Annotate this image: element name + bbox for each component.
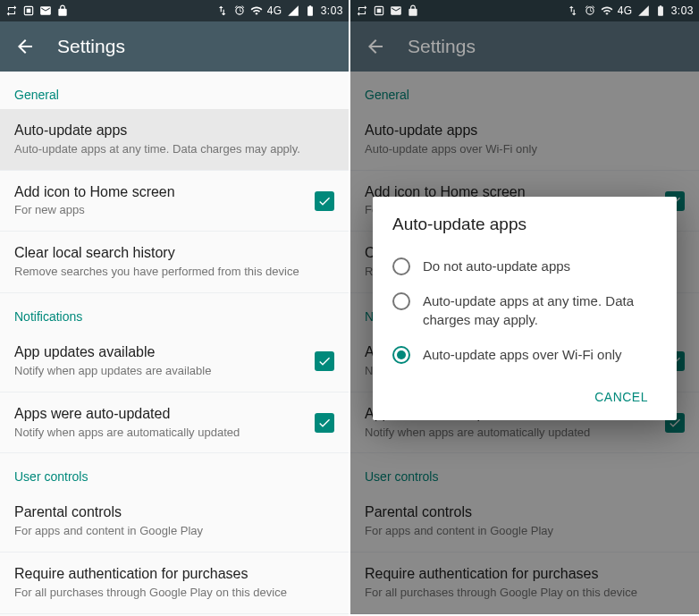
row-title: Require authentication for purchases	[14, 565, 334, 584]
row-title: Auto-update apps	[14, 122, 334, 140]
signal-icon	[287, 4, 299, 17]
svg-rect-1	[27, 9, 31, 13]
row-auto-update[interactable]: Auto-update apps Auto-update apps at any…	[0, 109, 349, 171]
row-sub: For all purchases through Google Play on…	[14, 586, 334, 601]
row-require-auth[interactable]: Require authentication for purchases For…	[0, 553, 349, 614]
radio-label: Do not auto-update apps	[423, 257, 570, 275]
network-label: 4G	[267, 4, 282, 17]
radio-option-anytime[interactable]: Auto-update apps at any time. Data charg…	[392, 283, 657, 337]
updown-icon	[216, 4, 229, 17]
status-bar: 4G 3:03	[0, 0, 349, 21]
row-sub: For new apps	[14, 203, 304, 218]
row-sub: Notify when app updates are available	[14, 364, 304, 379]
row-title: Apps were auto-updated	[14, 405, 304, 424]
radio-label: Auto-update apps at any time. Data charg…	[423, 291, 657, 329]
settings-list: General Auto-update apps Auto-update app…	[0, 72, 349, 614]
dialog-title: Auto-update apps	[392, 215, 657, 234]
app-bar: Settings	[0, 21, 349, 72]
row-title: App updates available	[14, 343, 304, 362]
gmail-icon	[39, 4, 52, 17]
row-clear-search[interactable]: Clear local search history Remove search…	[0, 232, 349, 293]
cancel-button[interactable]: CANCEL	[585, 383, 657, 411]
checkbox-icon[interactable]	[315, 191, 334, 211]
wifi-icon	[250, 4, 263, 17]
row-auto-updated[interactable]: Apps were auto-updated Notify when apps …	[0, 392, 349, 454]
checkbox-icon[interactable]	[315, 413, 334, 433]
clock-label: 3:03	[321, 4, 343, 17]
row-title: Add icon to Home screen	[14, 183, 304, 202]
section-general: General	[0, 72, 349, 109]
dialog-overlay[interactable]: Auto-update apps Do not auto-update apps…	[350, 0, 699, 616]
page-title: Settings	[57, 36, 125, 57]
alarm-icon	[233, 4, 246, 17]
row-parental[interactable]: Parental controls For apps and content i…	[0, 491, 349, 553]
row-title: Clear local search history	[14, 244, 334, 263]
row-updates-available[interactable]: App updates available Notify when app up…	[0, 331, 349, 392]
row-title: Parental controls	[14, 503, 334, 522]
row-sub: Auto-update apps at any time. Data charg…	[14, 142, 334, 157]
radio-icon	[392, 292, 410, 310]
section-user-controls: User controls	[0, 453, 349, 491]
radio-option-none[interactable]: Do not auto-update apps	[392, 249, 657, 283]
auto-update-dialog: Auto-update apps Do not auto-update apps…	[373, 197, 677, 420]
row-sub: Notify when apps are automatically updat…	[14, 426, 304, 441]
radio-icon	[392, 257, 410, 275]
app-box-icon	[22, 4, 35, 17]
lock-icon	[56, 4, 69, 17]
radio-option-wifi[interactable]: Auto-update apps over Wi-Fi only	[392, 337, 657, 372]
battery-icon	[304, 4, 316, 17]
screen-right: 4G 3:03 Settings General Auto-update app…	[350, 0, 699, 616]
section-notifications: Notifications	[0, 293, 349, 331]
screen-left: 4G 3:03 Settings General Auto-update app…	[0, 0, 349, 616]
retweet-icon	[5, 4, 18, 17]
radio-icon	[392, 346, 410, 364]
checkbox-icon[interactable]	[315, 351, 334, 371]
row-add-icon[interactable]: Add icon to Home screen For new apps	[0, 171, 349, 232]
radio-label: Auto-update apps over Wi-Fi only	[423, 345, 622, 364]
row-sub: Remove searches you have performed from …	[14, 265, 334, 280]
back-icon[interactable]	[14, 36, 36, 57]
row-sub: For apps and content in Google Play	[14, 524, 334, 539]
